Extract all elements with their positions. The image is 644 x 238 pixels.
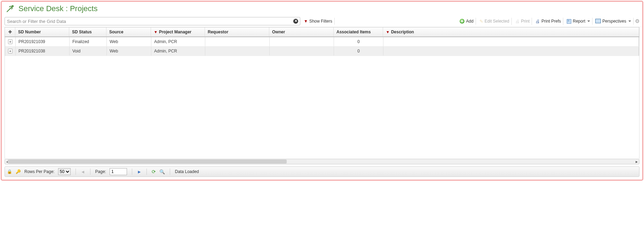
clear-search-icon[interactable]: ✕ xyxy=(293,19,298,24)
add-label: Add xyxy=(466,19,473,24)
gear-icon[interactable]: ⚙ xyxy=(635,18,639,24)
print-button: 🖨 Print xyxy=(513,18,532,25)
col-label: Owner xyxy=(272,30,285,34)
edit-selected-label: Edit Selected xyxy=(485,19,509,24)
perspectives-button[interactable]: Perspectives xyxy=(594,18,634,25)
prev-page-button[interactable]: ◄ xyxy=(81,169,85,174)
row-expand[interactable]: + xyxy=(5,37,16,46)
grid-body: + PR201921039 Finalized Web Admin, PCR 0… xyxy=(5,37,639,159)
lock-icon[interactable]: 🔒 xyxy=(7,169,12,174)
page-title: Service Desk : Projects xyxy=(18,4,97,13)
cell-requestor xyxy=(205,37,270,46)
page-label: Page: xyxy=(95,169,106,174)
column-expand[interactable]: ✚ xyxy=(5,27,15,36)
chevron-down-icon xyxy=(587,20,590,22)
print-prefs-button[interactable]: 🖨 Print Prefs xyxy=(533,18,563,25)
show-filters-label: Show Filters xyxy=(309,19,332,24)
search-input[interactable] xyxy=(5,17,300,25)
report-label: Report xyxy=(573,19,585,24)
tools-icon xyxy=(5,4,15,14)
table-row[interactable]: + PR201921039 Finalized Web Admin, PCR 0 xyxy=(5,37,639,47)
zoom-icon[interactable]: 🔍 xyxy=(159,169,165,174)
print-prefs-label: Print Prefs xyxy=(541,19,561,24)
app-frame: Service Desk : Projects ✕ ▼ Show Filters… xyxy=(1,1,643,181)
rows-per-page-label: Rows Per Page: xyxy=(24,169,55,174)
cell-description xyxy=(383,47,639,56)
filter-icon: ▼ xyxy=(386,30,390,34)
search-box: ✕ xyxy=(5,17,300,25)
cell-requestor xyxy=(205,47,270,56)
show-filters-button[interactable]: ▼ Show Filters xyxy=(302,18,335,25)
perspectives-label: Perspectives xyxy=(602,19,626,24)
cell-sd-status: Void xyxy=(70,47,107,56)
chevron-down-icon xyxy=(628,20,631,22)
table-row[interactable]: + PR201921038 Void Web Admin, PCR 0 xyxy=(5,47,639,56)
header: Service Desk : Projects xyxy=(2,2,642,16)
column-project-manager[interactable]: ▼ Project Manager xyxy=(151,27,205,36)
column-sd-status[interactable]: SD Status xyxy=(69,27,106,36)
footer: 🔒 🔑 Rows Per Page: 50 ◄ Page: ► ⟳ 🔍 Data… xyxy=(5,166,639,177)
print-label: Print xyxy=(521,19,530,24)
cell-source: Web xyxy=(107,37,151,46)
scroll-right-icon[interactable]: ► xyxy=(635,160,638,164)
col-label: Project Manager xyxy=(159,30,191,34)
toolbar: ✕ ▼ Show Filters Add ✎ Edit Selected 🖨 P… xyxy=(2,16,642,27)
row-expand[interactable]: + xyxy=(5,47,16,56)
column-sd-number[interactable]: SD Number xyxy=(15,27,69,36)
printer-icon: 🖨 xyxy=(515,19,520,24)
add-button[interactable]: Add xyxy=(458,18,476,25)
cell-associated-items: 0 xyxy=(334,37,383,46)
refresh-icon[interactable]: ⟳ xyxy=(152,169,156,174)
cell-sd-number: PR201921039 xyxy=(16,37,70,46)
next-page-button[interactable]: ► xyxy=(137,169,142,174)
filter-icon: ▼ xyxy=(154,30,158,34)
column-requestor[interactable]: Requestor xyxy=(205,27,269,36)
col-label: Requestor xyxy=(208,30,228,34)
col-label: SD Number xyxy=(18,30,41,34)
cell-description xyxy=(383,37,639,46)
col-label: Associated Items xyxy=(336,30,371,34)
col-label: SD Status xyxy=(72,30,92,34)
cell-project-manager: Admin, PCR xyxy=(151,37,205,46)
cell-associated-items: 0 xyxy=(334,47,383,56)
column-source[interactable]: Source xyxy=(106,27,151,36)
cell-owner xyxy=(270,47,334,56)
cell-project-manager: Admin, PCR xyxy=(151,47,205,56)
perspectives-icon xyxy=(596,19,601,23)
col-label: Description xyxy=(391,30,414,34)
grid-header: ✚ SD Number SD Status Source ▼ Project M… xyxy=(5,27,639,37)
page-input[interactable] xyxy=(110,168,127,175)
cell-sd-number: PR201921038 xyxy=(16,47,70,56)
cell-source: Web xyxy=(107,47,151,56)
grid: ✚ SD Number SD Status Source ▼ Project M… xyxy=(5,27,639,159)
scrollbar-thumb[interactable] xyxy=(8,159,287,164)
column-description[interactable]: ▼ Description xyxy=(383,27,639,36)
status-text: Data Loaded xyxy=(175,169,199,174)
column-associated-items[interactable]: Associated Items xyxy=(334,27,383,36)
col-label: Source xyxy=(109,30,124,34)
cell-sd-status: Finalized xyxy=(70,37,107,46)
column-owner[interactable]: Owner xyxy=(269,27,334,36)
plus-icon xyxy=(460,19,464,24)
cell-owner xyxy=(270,37,334,46)
edit-selected-button: ✎ Edit Selected xyxy=(477,18,512,25)
report-button[interactable]: Report xyxy=(565,18,593,25)
key-icon[interactable]: 🔑 xyxy=(16,169,21,174)
rows-per-page-select[interactable]: 50 xyxy=(58,168,71,175)
pencil-icon: ✎ xyxy=(479,19,483,24)
funnel-icon: ▼ xyxy=(304,19,308,24)
horizontal-scrollbar[interactable]: ◄ ► xyxy=(5,159,639,164)
printer-prefs-icon: 🖨 xyxy=(535,19,540,24)
report-icon xyxy=(567,19,571,24)
